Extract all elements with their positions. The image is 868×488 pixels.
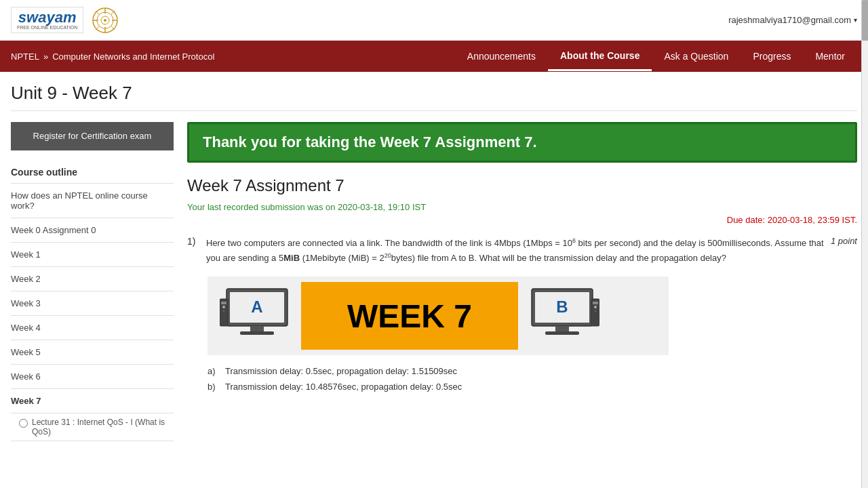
week7-label: WEEK 7 <box>347 298 472 335</box>
svg-point-20 <box>223 310 224 312</box>
svg-point-19 <box>222 306 225 308</box>
main-content: Thank you for taking the Week 7 Assignme… <box>174 122 857 441</box>
nav-about-course[interactable]: About the Course <box>548 42 652 71</box>
due-date: Due date: 2020-03-18, 23:59 IST. <box>727 215 857 225</box>
lecture31-radio[interactable] <box>19 419 28 428</box>
sidebar-item-week1[interactable]: Week 1 <box>11 243 174 267</box>
swayam-logo-text: swayam <box>18 10 77 25</box>
answer-text-b: Transmission delay: 10.48576sec, propaga… <box>225 382 462 392</box>
svg-rect-27 <box>593 302 598 304</box>
sidebar-item-week5[interactable]: Week 5 <box>11 340 174 365</box>
user-email: rajeshmalviya1710@gmail.com <box>728 15 851 25</box>
content-layout: Register for Certification exam Course o… <box>11 122 857 441</box>
week7-banner: WEEK 7 <box>301 282 518 350</box>
computer-a: A <box>213 285 301 346</box>
svg-rect-16 <box>240 331 274 335</box>
week7-image-block: A WEEK 7 <box>208 277 669 355</box>
computer-b-svg: B <box>525 285 599 346</box>
svg-rect-18 <box>221 302 226 304</box>
mandala-icon <box>92 7 119 34</box>
question-block: 1) Here two computers are connected via … <box>187 236 857 392</box>
sidebar: Register for Certification exam Course o… <box>11 122 174 441</box>
nav-announcements[interactable]: Announcements <box>455 43 548 70</box>
sidebar-item-week2[interactable]: Week 2 <box>11 267 174 291</box>
chevron-down-icon: ▾ <box>854 16 857 24</box>
nav-ask-question[interactable]: Ask a Question <box>652 43 741 70</box>
svg-line-9 <box>111 26 115 30</box>
page-title: Unit 9 - Week 7 <box>11 72 857 111</box>
course-outline-title: Course outline <box>11 161 174 184</box>
sidebar-item-week3[interactable]: Week 3 <box>11 291 174 316</box>
register-certification-button[interactable]: Register for Certification exam <box>11 122 174 150</box>
swayam-logo-sub: FREE ONLINE EDUCATION <box>17 25 77 30</box>
svg-text:B: B <box>556 298 568 316</box>
svg-point-3 <box>104 19 106 22</box>
user-account[interactable]: rajeshmalviya1710@gmail.com ▾ <box>728 15 857 25</box>
assignment-title: Week 7 Assignment 7 <box>187 176 857 195</box>
answer-label-a: a) <box>208 366 218 376</box>
scrollbar[interactable] <box>861 0 868 441</box>
question-points: 1 point <box>831 236 857 246</box>
svg-text:A: A <box>251 298 262 316</box>
sidebar-item-week0[interactable]: Week 0 Assignment 0 <box>11 218 174 243</box>
nav-progress[interactable]: Progress <box>741 43 803 70</box>
question-text: Here two computers are connected via a l… <box>206 236 825 266</box>
sidebar-item-week7[interactable]: Week 7 <box>11 389 174 413</box>
top-header: swayam FREE ONLINE EDUCATION rajeshmalvi… <box>0 0 868 41</box>
thank-you-banner: Thank you for taking the Week 7 Assignme… <box>187 122 857 163</box>
svg-point-29 <box>595 310 596 312</box>
nav-mentor[interactable]: Mentor <box>803 43 857 70</box>
sidebar-item-week6[interactable]: Week 6 <box>11 365 174 389</box>
nav-bar: NPTEL » Computer Networks and Internet P… <box>0 41 868 72</box>
sidebar-item-week4[interactable]: Week 4 <box>11 316 174 340</box>
question-row: 1) Here two computers are connected via … <box>187 236 857 266</box>
sidebar-item-how-nptel[interactable]: How does an NPTEL online course work? <box>11 184 174 218</box>
answer-option-a: a) Transmission delay: 0.5sec, propagati… <box>208 366 857 376</box>
swayam-logo: swayam FREE ONLINE EDUCATION <box>11 7 83 33</box>
svg-point-28 <box>594 306 597 308</box>
breadcrumb-course: Computer Networks and Internet Protocol <box>52 52 214 62</box>
svg-rect-25 <box>545 331 579 335</box>
answer-options: a) Transmission delay: 0.5sec, propagati… <box>208 366 857 392</box>
scrollbar-thumb[interactable] <box>862 0 868 41</box>
answer-text-a: Transmission delay: 0.5sec, propagation … <box>225 366 457 376</box>
svg-line-8 <box>96 11 100 15</box>
svg-line-11 <box>96 26 100 30</box>
sidebar-sub-lecture31[interactable]: Lecture 31 : Internet QoS - I (What is Q… <box>11 413 174 441</box>
svg-rect-15 <box>250 326 264 331</box>
breadcrumb-separator: » <box>43 52 48 62</box>
answer-option-b: b) Transmission delay: 10.48576sec, prop… <box>208 382 857 392</box>
due-info-row: Due date: 2020-03-18, 23:59 IST. <box>187 215 857 225</box>
computer-a-svg: A <box>220 285 294 346</box>
computer-b: B <box>518 285 606 346</box>
answer-label-b: b) <box>208 382 218 392</box>
question-number: 1) <box>187 236 201 247</box>
svg-rect-24 <box>555 326 569 331</box>
logo-area: swayam FREE ONLINE EDUCATION <box>11 7 119 34</box>
lecture31-label: Lecture 31 : Internet QoS - I (What is Q… <box>32 418 174 436</box>
svg-line-10 <box>111 11 115 15</box>
nav-links: Announcements About the Course Ask a Que… <box>455 42 857 71</box>
submission-info: Your last recorded submission was on 202… <box>187 202 857 212</box>
page-body: Unit 9 - Week 7 Register for Certificati… <box>0 72 868 441</box>
breadcrumb-nptel[interactable]: NPTEL <box>11 52 39 62</box>
breadcrumb: NPTEL » Computer Networks and Internet P… <box>11 52 214 62</box>
